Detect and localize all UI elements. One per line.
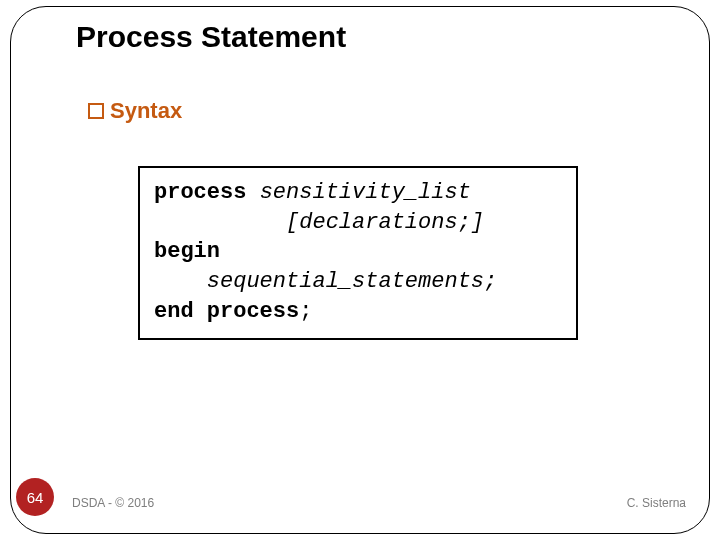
code-kw-end: end process — [154, 299, 299, 324]
page-number-badge: 64 — [16, 478, 54, 516]
code-line-3: begin — [154, 237, 562, 267]
footer-right: C. Sisterna — [627, 496, 686, 510]
square-bullet-icon — [88, 103, 104, 119]
code-line-4: sequential_statements; — [154, 267, 562, 297]
syntax-label: Syntax — [110, 98, 182, 124]
code-semicolon: ; — [299, 299, 312, 324]
code-kw-process: process — [154, 180, 260, 205]
footer-left: DSDA - © 2016 — [72, 496, 154, 510]
code-line-5: end process; — [154, 297, 562, 327]
page-title: Process Statement — [76, 20, 346, 54]
code-italic-sensitivity: sensitivity_list — [260, 180, 471, 205]
code-line-1: process sensitivity_list — [154, 178, 562, 208]
syntax-code-box: process sensitivity_list [declarations;]… — [138, 166, 578, 340]
syntax-bullet-row: Syntax — [88, 98, 182, 124]
code-line-2: [declarations;] — [154, 208, 562, 238]
